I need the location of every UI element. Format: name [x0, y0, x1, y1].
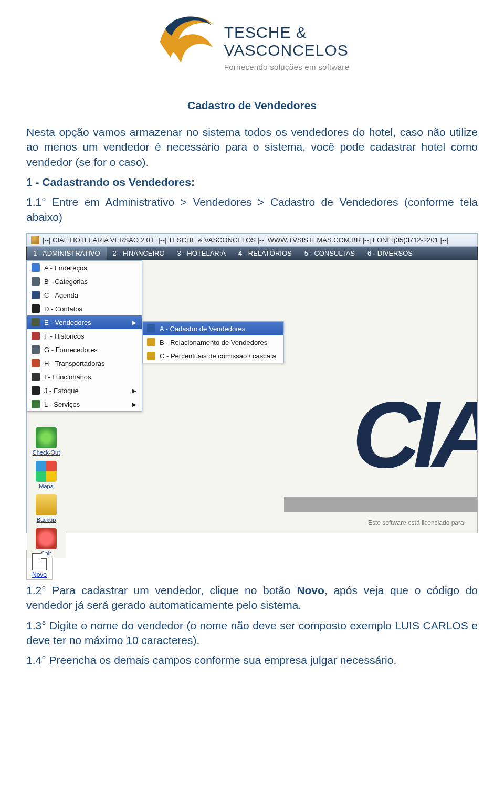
toolbar-icon	[36, 427, 57, 448]
left-toolbar: Check-OutMapaBackupSair	[27, 424, 66, 558]
company-logo-block: TESCHE & VASCONCELOS Fornecendo soluções…	[26, 10, 478, 86]
work-area: A - EndereçosB - CategoriasC - AgendaD -…	[26, 260, 478, 533]
submenu-item-label: C - Percentuais de comissão / cascata	[160, 352, 276, 360]
menu-item-icon	[32, 373, 40, 381]
menu-item-label: I - Funcionários	[44, 373, 91, 381]
step-1-2: 1.2° Para cadastrar um vendedor, clique …	[26, 583, 478, 613]
background-app-logo: CIA	[284, 402, 477, 533]
menu-item-label: A - Endereços	[44, 264, 87, 272]
step-1-4: 1.4° Preencha os demais campos conforme …	[26, 653, 478, 668]
admin-menu-item[interactable]: L - Serviços▶	[27, 397, 142, 411]
admin-menu-item[interactable]: I - Funcionários	[27, 370, 142, 384]
cia-logo-text: CIA	[352, 402, 477, 472]
logo-tagline: Fornecendo soluções em software	[224, 62, 350, 71]
admin-menu-item[interactable]: F - Históricos	[27, 329, 142, 343]
step-1-1: 1.1° Entre em Administrativo > Vendedore…	[26, 195, 478, 225]
menu-item-icon	[32, 304, 40, 313]
admin-menu-item[interactable]: C - Agenda	[27, 288, 142, 302]
submenu-arrow-icon: ▶	[132, 388, 136, 394]
admin-menu-item[interactable]: A - Endereços	[27, 261, 142, 275]
titlebar-text: |--| CIAF HOTELARIA VERSÃO 2.0 E |--| TE…	[43, 236, 448, 244]
toolbar-button-check-out[interactable]: Check-Out	[27, 424, 66, 458]
toolbar-icon	[36, 494, 57, 515]
administrativo-dropdown: A - EndereçosB - CategoriasC - AgendaD -…	[27, 260, 142, 412]
vendedores-submenu: A - Cadastro de VendedoresB - Relacionam…	[142, 321, 284, 363]
submenu-item-icon	[147, 352, 155, 360]
admin-menu-item[interactable]: H - Transportadoras	[27, 356, 142, 370]
novo-button-label: Novo	[32, 571, 47, 578]
intro-paragraph: Nesta opção vamos armazenar no sistema t…	[26, 125, 478, 170]
menu-item-icon	[32, 386, 40, 395]
logo-line-1: TESCHE &	[224, 24, 350, 41]
menu-item-icon	[32, 345, 40, 354]
new-document-icon	[32, 553, 47, 570]
menu-item-label: J - Estoque	[44, 387, 79, 395]
menu-item-label: H - Transportadoras	[44, 360, 105, 367]
submenu-item-label: B - Relacionamento de Vendedores	[160, 339, 267, 346]
admin-menu-item[interactable]: E - Vendedores▶	[27, 315, 142, 329]
novo-button-block: Novo	[26, 546, 478, 583]
cia-logo-underline	[284, 497, 477, 512]
vendedores-submenu-item[interactable]: C - Percentuais de comissão / cascata	[143, 349, 284, 363]
menu-financeiro[interactable]: 2 - FINANCEIRO	[107, 247, 171, 260]
menu-item-label: G - Fornecedores	[44, 346, 98, 354]
logo-swoosh-icon	[155, 10, 218, 84]
submenu-item-label: A - Cadastro de Vendedores	[160, 325, 245, 333]
submenu-arrow-icon: ▶	[132, 402, 136, 407]
toolbar-button-label: Backup	[37, 516, 56, 523]
company-logo: TESCHE & VASCONCELOS Fornecendo soluções…	[155, 10, 350, 84]
menu-item-icon	[32, 400, 40, 408]
menu-item-label: D - Contatos	[44, 305, 82, 313]
menu-item-label: C - Agenda	[44, 291, 78, 299]
menu-item-label: L - Serviços	[44, 400, 80, 408]
admin-menu-item[interactable]: G - Fornecedores	[27, 343, 142, 356]
license-label: Este software está licenciado para:	[368, 519, 466, 526]
menu-item-label: B - Categorias	[44, 278, 88, 286]
vendedores-submenu-item[interactable]: A - Cadastro de Vendedores	[143, 322, 284, 335]
menu-item-icon	[32, 359, 40, 367]
menu-item-label: F - Históricos	[44, 332, 85, 340]
admin-menu-item[interactable]: B - Categorias	[27, 275, 142, 288]
menu-item-icon	[32, 332, 40, 340]
toolbar-button-label: Mapa	[39, 483, 54, 489]
menubar: 1 - ADMINISTRATIVO 2 - FINANCEIRO 3 - HO…	[26, 247, 478, 260]
menu-item-icon	[32, 263, 40, 272]
menu-relatorios[interactable]: 4 - RELATÓRIOS	[232, 247, 298, 260]
admin-menu-item[interactable]: J - Estoque▶	[27, 384, 142, 397]
titlebar: |--| CIAF HOTELARIA VERSÃO 2.0 E |--| TE…	[26, 233, 478, 247]
document-title: Cadastro de Vendedores	[26, 99, 478, 112]
menu-diversos[interactable]: 6 - DIVERSOS	[361, 247, 419, 260]
vendedores-submenu-item[interactable]: B - Relacionamento de Vendedores	[143, 335, 284, 349]
menu-item-icon	[32, 277, 40, 286]
submenu-item-icon	[147, 338, 155, 346]
toolbar-button-mapa[interactable]: Mapa	[27, 458, 66, 491]
submenu-arrow-icon: ▶	[132, 320, 136, 325]
menu-item-label: E - Vendedores	[44, 319, 91, 326]
menu-item-icon	[32, 318, 40, 326]
logo-text: TESCHE & VASCONCELOS Fornecendo soluções…	[224, 10, 350, 71]
step-1-2-bold: Novo	[297, 584, 324, 596]
admin-menu-item[interactable]: D - Contatos	[27, 302, 142, 315]
step-1-2-prefix: 1.2° Para cadastrar um vendedor, clique …	[26, 584, 297, 596]
menu-consultas[interactable]: 5 - CONSULTAS	[298, 247, 361, 260]
menu-administrativo[interactable]: 1 - ADMINISTRATIVO	[27, 247, 107, 260]
menu-item-icon	[32, 291, 40, 299]
submenu-item-icon	[147, 324, 155, 333]
logo-line-2: VASCONCELOS	[224, 41, 350, 59]
section-1-heading: 1 - Cadastrando os Vendedores:	[26, 175, 478, 189]
toolbar-icon	[36, 528, 57, 549]
app-screenshot: |--| CIAF HOTELARIA VERSÃO 2.0 E |--| TE…	[26, 233, 478, 533]
toolbar-icon	[36, 461, 57, 482]
toolbar-button-label: Check-Out	[33, 449, 60, 456]
menu-hotelaria[interactable]: 3 - HOTELARIA	[171, 247, 232, 260]
toolbar-button-backup[interactable]: Backup	[27, 491, 66, 525]
app-window-icon	[31, 236, 39, 244]
step-1-3: 1.3° Digite o nome do vendedor (o nome n…	[26, 618, 478, 648]
